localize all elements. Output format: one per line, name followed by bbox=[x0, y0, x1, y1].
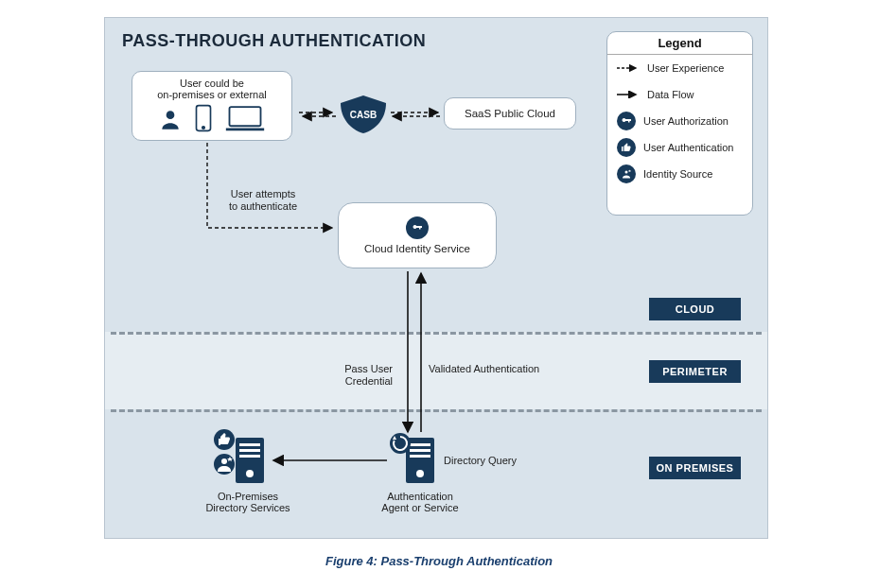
svg-point-22 bbox=[221, 458, 227, 464]
dashed-arrow-icon bbox=[617, 59, 640, 78]
user-title-line2: on-premises or external bbox=[157, 89, 267, 100]
svg-rect-7 bbox=[230, 107, 261, 126]
badge-onprem: ON PREMISES bbox=[649, 457, 741, 479]
solid-arrow-icon bbox=[617, 85, 640, 104]
user-title-line1: User could be bbox=[180, 78, 244, 89]
svg-rect-9 bbox=[410, 443, 430, 446]
svg-point-4 bbox=[167, 112, 175, 120]
auth-agent-label: Authentication Agent or Service bbox=[368, 491, 472, 513]
casb-shield: CASB bbox=[337, 94, 390, 135]
label-line1: On-Premises bbox=[218, 491, 278, 502]
svg-marker-3 bbox=[628, 170, 631, 173]
svg-rect-11 bbox=[410, 455, 430, 458]
anno-valid-auth: Validated Authentication bbox=[429, 363, 571, 375]
legend-box: Legend User Experience Data Flow User Au… bbox=[606, 31, 753, 216]
legend-row-ux: User Experience bbox=[607, 55, 752, 81]
legend-label: Identity Source bbox=[643, 168, 712, 180]
label-line1: Authentication bbox=[387, 491, 453, 502]
cloud-identity-service: Cloud Identity Service bbox=[338, 202, 497, 268]
label-line2: Agent or Service bbox=[381, 502, 458, 513]
diagram-title: PASS-THROUGH AUTHENTICATION bbox=[122, 31, 426, 51]
legend-label: User Experience bbox=[647, 62, 724, 74]
user-icons bbox=[138, 104, 286, 136]
person-icon bbox=[158, 106, 183, 136]
legend-label: User Authorization bbox=[643, 115, 729, 127]
anno-pass-cred: Pass User Credential bbox=[306, 363, 393, 388]
figure-caption: Figure 4: Pass-Through Authentication bbox=[0, 554, 878, 568]
star-person-circle-icon bbox=[617, 164, 636, 183]
saas-label: SaaS Public Cloud bbox=[465, 108, 555, 119]
thumb-circle-icon bbox=[617, 138, 636, 157]
phone-icon bbox=[194, 104, 213, 136]
saas-card: SaaS Public Cloud bbox=[444, 97, 576, 130]
legend-label: Data Flow bbox=[647, 89, 694, 100]
legend-row-df: Data Flow bbox=[607, 81, 752, 108]
svg-point-12 bbox=[416, 470, 424, 477]
svg-point-19 bbox=[246, 470, 254, 477]
auth-agent-server bbox=[389, 430, 440, 493]
rule-top bbox=[111, 332, 762, 335]
anno-user-attempt: User attempts to authenticate bbox=[211, 188, 315, 213]
svg-rect-17 bbox=[239, 449, 260, 452]
directory-services bbox=[209, 424, 270, 493]
svg-rect-10 bbox=[410, 449, 430, 452]
cis-label: Cloud Identity Service bbox=[364, 243, 470, 254]
legend-title: Legend bbox=[607, 32, 752, 55]
figure-stage: PASS-THROUGH AUTHENTICATION CLOUD PERIME… bbox=[0, 0, 878, 588]
svg-point-2 bbox=[625, 171, 628, 174]
badge-perimeter: PERIMETER bbox=[649, 360, 741, 383]
badge-cloud: CLOUD bbox=[649, 298, 741, 320]
anno-line2: to authenticate bbox=[229, 200, 297, 212]
rule-bottom bbox=[111, 409, 762, 412]
casb-label: CASB bbox=[350, 110, 377, 120]
diagram-frame: PASS-THROUGH AUTHENTICATION CLOUD PERIME… bbox=[104, 17, 768, 539]
legend-label: User Authentication bbox=[643, 142, 733, 153]
user-box: User could be on-premises or external bbox=[132, 71, 292, 141]
laptop-icon bbox=[224, 104, 266, 136]
legend-row-authz: User Authorization bbox=[607, 108, 752, 134]
anno-line1: User attempts bbox=[231, 188, 295, 199]
anno-dir-query: Directory Query bbox=[444, 455, 538, 467]
key-circle-icon bbox=[617, 112, 636, 130]
user-box-title: User could be on-premises or external bbox=[138, 78, 286, 100]
legend-row-authn: User Authentication bbox=[607, 134, 752, 161]
svg-rect-16 bbox=[239, 443, 260, 446]
svg-point-6 bbox=[202, 127, 205, 130]
legend-row-idsrc: Identity Source bbox=[607, 161, 752, 187]
label-line2: Directory Services bbox=[205, 502, 290, 513]
svg-rect-18 bbox=[239, 455, 260, 458]
key-circle-icon bbox=[406, 216, 429, 239]
directory-label: On-Premises Directory Services bbox=[196, 491, 300, 513]
